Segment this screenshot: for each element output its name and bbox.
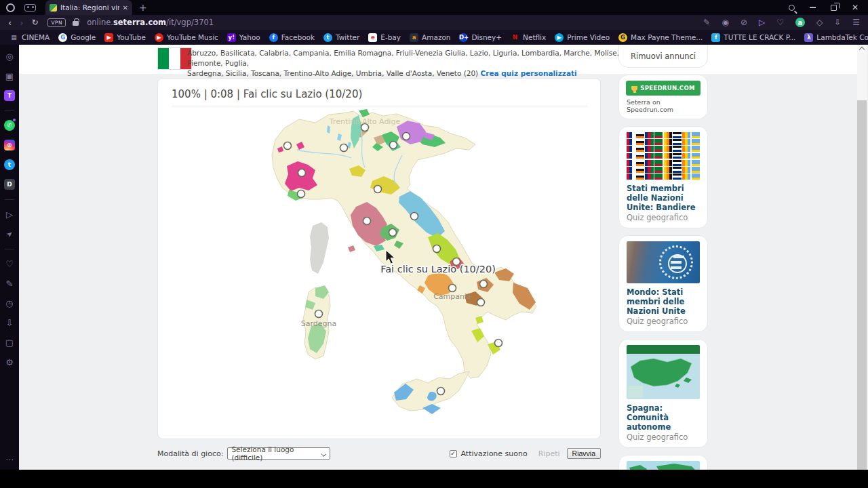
flag-cell (654, 174, 663, 180)
quiz-card-un[interactable]: Mondo: Stati membri delle Nazioni Unite … (618, 235, 708, 332)
flag-cell (636, 153, 644, 159)
vpn-badge[interactable]: VPN (47, 18, 66, 27)
bookmark-favicon-icon: ▶ (155, 33, 163, 42)
reload-button[interactable]: ↻ (31, 18, 38, 27)
page-header: Abruzzo, Basilicata, Calabria, Campania,… (19, 45, 857, 74)
map-region-label: Trentino-Alto Adige (329, 117, 401, 126)
quiz-card-spain[interactable]: Spagna: Comunità autonome Quiz geografic… (618, 339, 708, 448)
flag-cell (645, 160, 653, 166)
flag-cell (682, 167, 690, 173)
extensions-icon[interactable]: ▢ (3, 336, 16, 348)
scrollbar-thumb[interactable] (857, 45, 867, 100)
rail-more-icon[interactable]: ⋯ (5, 455, 14, 464)
bookmark-item[interactable]: y!Yahoo (227, 33, 260, 42)
maximize-button[interactable] (831, 5, 837, 11)
bookmark-item[interactable]: GMax Payne Theme... (618, 33, 703, 42)
flag-cell (664, 132, 672, 138)
scroll-up-icon[interactable] (859, 47, 865, 52)
flag-cell (682, 132, 690, 138)
bookmark-item[interactable]: tTwitter (323, 33, 359, 42)
discord-icon[interactable]: D (3, 178, 16, 190)
remove-ads-card[interactable]: Rimuovi annunci (618, 45, 708, 68)
bookmark-item[interactable]: NNetflix (511, 33, 546, 42)
speedrun-banner: SPEEDRUN.COM (626, 81, 701, 96)
bookmark-item[interactable]: D+Disney+ (459, 33, 502, 42)
repeat-button[interactable]: Ripeti (538, 449, 560, 458)
notification-dot (12, 118, 16, 122)
player-icon[interactable]: ▷ (3, 208, 16, 220)
page-scrollbar[interactable] (857, 45, 867, 470)
bookmark-item[interactable]: ▶YouTube Music (155, 33, 218, 42)
flag-cell (654, 153, 663, 159)
speedrun-brand: SPEEDRUN.COM (640, 85, 694, 92)
bookmark-item[interactable]: aAmazon (410, 33, 450, 42)
browser-side-rail: ◎▣T✆⊙tD▷➤♡✎◷⇩▢⚙⋯ (0, 45, 19, 470)
minimize-button[interactable] (810, 7, 816, 8)
flow-icon[interactable]: ➤ (1, 225, 18, 242)
downloads-icon[interactable]: ⇩ (3, 317, 16, 329)
bookmark-item[interactable]: GGoogle (58, 33, 96, 42)
flag-cell (636, 167, 644, 173)
speedrun-ad-card[interactable]: SPEEDRUN.COM Seterra on Speedrun.com (618, 75, 708, 119)
pinboard-icon[interactable]: ✎ (3, 277, 16, 289)
twitch-icon[interactable]: T (3, 89, 16, 102)
bookmark-item[interactable]: fTUTTE LE CRACK P... (711, 33, 795, 42)
back-button[interactable]: ‹ (8, 18, 12, 28)
address-toolbar: ‹ › ↻ VPN online.seterra.com/it/vgp/3701… (0, 15, 868, 30)
bookmarks-heart-icon[interactable]: ♡ (3, 258, 16, 270)
bookmark-label: Yahoo (239, 33, 260, 41)
bookmark-item[interactable]: λLambdaTek Compo... (804, 33, 868, 42)
gx-corner-button-icon[interactable] (24, 4, 36, 12)
speed-dial-icon[interactable]: ◎ (3, 50, 16, 62)
browser-tab[interactable]: Italia: Regioni vinicole - Qu ✕ (45, 0, 132, 15)
flag-cell (682, 139, 690, 145)
share-icon[interactable]: ✎ (703, 18, 710, 27)
quiz-card-world[interactable] (618, 455, 708, 470)
tune-icon[interactable]: ☰ (852, 18, 860, 27)
downloads-icon[interactable]: ⇩ (834, 18, 841, 27)
italy-wine-map[interactable]: Trentino-Alto AdigeFai clic su Lazio (10… (158, 108, 601, 440)
bookmark-favicon-icon: ▶ (104, 33, 113, 42)
forward-button[interactable]: › (20, 18, 23, 28)
settings-icon[interactable]: ⚙ (3, 356, 16, 368)
close-button[interactable]: ✕ (852, 3, 859, 12)
search-icon[interactable] (789, 5, 795, 11)
bookmark-item[interactable]: ▶YouTube (104, 33, 146, 42)
gx-corner-icon[interactable]: ▣ (3, 70, 16, 82)
url-domain: seterra.com (113, 18, 166, 27)
quiz-card-subtitle: Quiz geografico (627, 317, 700, 326)
answered-marker (437, 388, 445, 395)
url-prefix: online. (87, 18, 113, 27)
bookmark-item[interactable]: fFacebook (269, 33, 315, 42)
create-custom-quiz-link[interactable]: Crea quiz personalizzati (481, 69, 577, 77)
wallet-icon[interactable]: ◇ (816, 18, 823, 27)
profile-avatar[interactable]: a (795, 18, 805, 27)
opera-logo-icon[interactable] (6, 3, 15, 12)
bookmark-item[interactable]: ▤CINEMA (9, 33, 50, 42)
my-flow-icon[interactable]: ▷ (759, 18, 765, 27)
answered-marker (374, 186, 382, 193)
instagram-icon[interactable]: ⊙ (3, 139, 16, 151)
adblock-icon[interactable]: ⊘ (741, 18, 747, 27)
favorite-heart-icon[interactable]: ♡ (776, 18, 784, 27)
divider (172, 106, 588, 106)
flag-cell (627, 153, 635, 159)
whatsapp-icon[interactable]: ✆ (3, 119, 16, 131)
mode-select[interactable]: Seleziona il luogo (difficile) (227, 447, 330, 460)
bookmark-label: CINEMA (22, 33, 50, 41)
new-tab-button[interactable]: + (139, 2, 147, 13)
url-field[interactable]: online.seterra.com/it/vgp/3701 (87, 18, 214, 27)
twitter-icon[interactable]: t (3, 159, 16, 171)
history-icon[interactable]: ◷ (3, 297, 16, 309)
flag-cell (654, 139, 663, 145)
quiz-card-flags[interactable]: Stati membri delle Nazioni Unite: Bandie… (618, 126, 708, 228)
spain-map-image (627, 345, 700, 399)
bookmark-item[interactable]: ▶Prime Video (555, 33, 610, 42)
snapshot-icon[interactable]: ◉ (722, 18, 728, 27)
sound-checkbox[interactable]: ✓ (450, 450, 457, 458)
bookmark-label: Prime Video (567, 33, 610, 41)
lock-icon[interactable] (73, 21, 79, 26)
restart-button[interactable]: Riavvia (567, 448, 601, 459)
bookmark-item[interactable]: eE-bay (368, 33, 401, 42)
tab-close-icon[interactable]: ✕ (123, 4, 128, 12)
